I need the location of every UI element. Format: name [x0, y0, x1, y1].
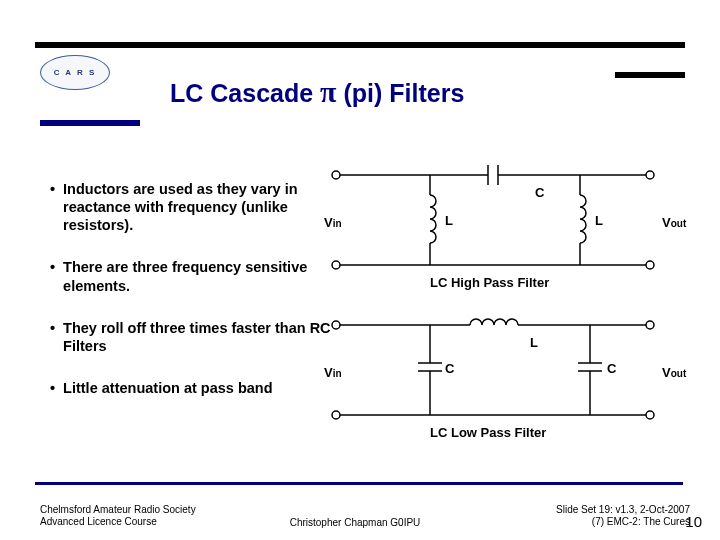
title-post: (pi) Filters: [337, 79, 465, 107]
footer-slideset: Slide Set 19: v1.3, 2-Oct-2007: [470, 504, 690, 516]
lp-C1: C: [445, 361, 454, 376]
hp-L2: L: [595, 213, 603, 228]
svg-point-5: [646, 171, 654, 179]
lp-vin: Vin: [324, 365, 342, 380]
bullet-item: There are three frequency sensitive elem…: [50, 258, 335, 294]
lp-vout: Vout: [662, 365, 686, 380]
hp-caption: LC High Pass Filter: [430, 275, 549, 290]
footer-topic: (7) EMC-2: The Cures: [470, 516, 690, 528]
hp-vin: Vin: [324, 215, 342, 230]
logo-text: C A R S: [54, 68, 97, 77]
rule-right: [615, 72, 685, 78]
pi-symbol: π: [320, 75, 336, 108]
hp-C: C: [535, 185, 544, 200]
slide-title: LC Cascade π (pi) Filters: [170, 75, 464, 109]
cars-logo: C A R S: [40, 55, 110, 90]
hp-vout: Vout: [662, 215, 686, 230]
lp-L: L: [530, 335, 538, 350]
title-pre: LC Cascade: [170, 79, 320, 107]
footer-org: Chelmsford Amateur Radio Society: [40, 504, 240, 516]
bullet-item: Little attenuation at pass band: [50, 379, 335, 397]
svg-point-16: [646, 321, 654, 329]
svg-point-0: [332, 171, 340, 179]
rule-top: [35, 42, 685, 48]
svg-point-19: [646, 411, 654, 419]
svg-point-8: [646, 261, 654, 269]
lp-C2: C: [607, 361, 616, 376]
rule-bottom: [35, 482, 683, 485]
svg-point-6: [332, 261, 340, 269]
bullet-item: They roll off three times faster than RC…: [50, 319, 335, 355]
bullet-list: Inductors are used as they vary in react…: [50, 180, 335, 421]
svg-point-13: [332, 321, 340, 329]
page-number: 10: [685, 513, 702, 530]
footer-course: Advanced Licence Course: [40, 516, 240, 528]
footer-author: Christopher Chapman G0IPU: [255, 517, 455, 528]
svg-point-17: [332, 411, 340, 419]
slide-footer: Chelmsford Amateur Radio Society Advance…: [40, 504, 690, 528]
hp-L1: L: [445, 213, 453, 228]
circuit-diagrams: Vin L C L Vout LC High Pass Filter: [330, 165, 690, 455]
rule-accent: [40, 120, 140, 126]
bullet-item: Inductors are used as they vary in react…: [50, 180, 335, 234]
lp-caption: LC Low Pass Filter: [430, 425, 546, 440]
